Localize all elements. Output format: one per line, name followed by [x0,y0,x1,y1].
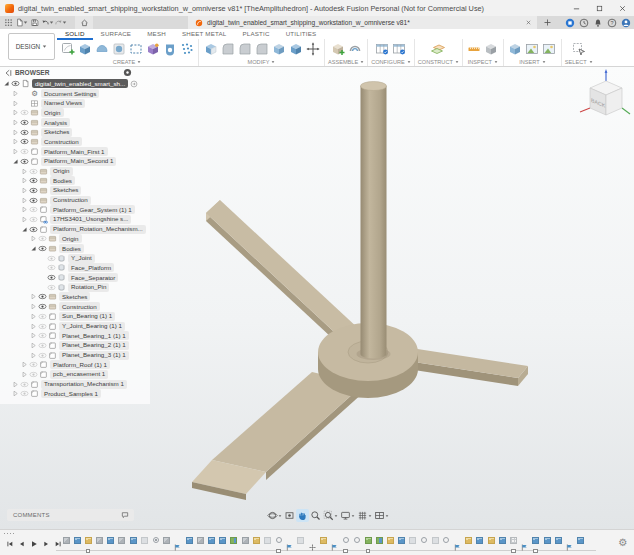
draft-button[interactable] [253,41,270,57]
joint-feature[interactable] [353,536,361,544]
rollback-marker[interactable] [366,549,371,554]
browser-item-label[interactable]: Analysis [41,118,70,127]
expand-arrow-icon[interactable] [30,293,37,300]
move-feature[interactable] [308,536,316,544]
component-feature[interactable] [84,536,92,544]
visibility-eye-icon[interactable] [29,168,38,175]
visibility-eye-icon[interactable] [20,138,29,145]
component-feature[interactable] [487,536,495,544]
browser-item[interactable]: Platform_Main_First 1 [0,147,150,157]
expand-arrow-icon[interactable] [3,80,10,87]
browser-item[interactable]: Platform_Gear_System (1) 1 [0,205,150,215]
sketch-feature[interactable] [62,536,70,544]
browser-item-label[interactable]: Planet_Bearing_1 (1) 1 [59,331,129,340]
visibility-eye-icon[interactable] [38,313,47,320]
expand-arrow-icon[interactable] [21,197,28,204]
visibility-eye-icon[interactable] [20,390,29,397]
expand-arrow-icon[interactable] [21,168,28,175]
browser-item[interactable]: Planet_Bearing_2 (1) 1 [0,341,150,351]
visibility-eye-icon[interactable] [20,129,29,136]
extrude-feature[interactable] [543,536,551,544]
canvas-button[interactable] [524,41,541,57]
browser-item-label[interactable]: Face_Platform [68,263,114,272]
browser-item-label[interactable]: 17HS3401_Usongshine s... [50,215,131,224]
construct-group-label[interactable]: CONSTRUCT [418,58,459,66]
sketch-feature[interactable] [96,536,104,544]
browser-item[interactable]: Origin [0,108,150,118]
shell-button[interactable] [236,41,253,57]
expand-arrow-icon[interactable] [30,303,37,310]
browser-item[interactable]: Transportation_Mechanism 1 [0,379,150,389]
browser-item-label[interactable]: Planet_Bearing_3 (1) 1 [59,351,129,360]
orbit-button[interactable] [266,509,283,522]
browser-item-label[interactable]: Origin [59,234,82,243]
comments-bar[interactable]: COMMENTS [7,509,134,521]
job-status-button[interactable] [579,18,589,28]
browser-item-label[interactable]: Named Views [41,99,85,108]
expand-arrow-icon[interactable] [21,216,28,223]
assemble-group-label[interactable]: ASSEMBLE [328,58,364,66]
browser-item-label[interactable]: Platform_Main_First 1 [41,147,108,156]
browser-item[interactable]: Y_Joint_Bearing (1) 1 [0,321,150,331]
measure-button[interactable] [466,41,483,57]
visibility-eye-icon[interactable] [38,235,47,242]
joint-origin-feature[interactable] [174,536,182,544]
create-form-button[interactable] [93,41,110,57]
browser-item-label[interactable]: Y_Joint_Bearing (1) 1 [59,322,125,331]
derive-info-icon[interactable] [130,80,138,88]
suppressed-feature[interactable] [297,536,305,544]
expand-arrow-icon[interactable] [21,371,28,378]
help-button[interactable]: ? [607,18,617,28]
visibility-eye-icon[interactable] [47,274,56,281]
select-group-label[interactable]: SELECT [565,58,593,66]
browser-item[interactable]: Analysis [0,118,150,128]
timeline-settings-gear-icon[interactable]: ⚙ [617,537,628,548]
component-feature[interactable] [465,536,473,544]
browser-item-label[interactable]: Platform_Rotation_Mechanism... [50,225,146,234]
browser-item-label[interactable]: Origin [41,108,64,117]
expand-arrow-icon[interactable] [12,138,19,145]
joint-origin-feature[interactable] [521,536,529,544]
design-menu-button[interactable]: DESIGN [8,33,55,60]
extrude-feature[interactable] [577,536,585,544]
visibility-eye-icon[interactable] [29,206,38,213]
pattern-button[interactable] [178,41,195,57]
browser-item-label[interactable]: Y_Joint [68,254,95,263]
maximize-button[interactable] [588,0,611,16]
fit-button[interactable] [322,509,339,522]
expand-arrow-icon[interactable] [12,90,19,97]
browser-item[interactable]: Y_Joint [0,253,150,263]
expand-arrow-icon[interactable] [12,109,19,116]
profile-button[interactable] [621,18,631,28]
browser-item-label[interactable]: Bodies [50,176,75,185]
expand-arrow-icon[interactable] [30,235,37,242]
browser-item[interactable]: Origin [0,234,150,244]
align-feature[interactable] [364,536,372,544]
browser-item[interactable]: Bodies [0,244,150,254]
new-tab-button[interactable] [543,18,552,27]
play-button[interactable] [28,538,39,550]
browser-item-label[interactable]: Construction [41,137,82,146]
configure-group-label[interactable]: CONFIGURE [371,58,411,66]
display-settings-button[interactable] [339,509,356,522]
sketch-feature[interactable] [196,536,204,544]
visibility-eye-icon[interactable] [20,148,29,155]
visibility-eye-icon[interactable] [38,332,47,339]
browser-item-label[interactable]: Construction [50,196,91,205]
visibility-eye-icon[interactable] [29,197,38,204]
visibility-eye-icon[interactable] [20,109,29,116]
browser-item-label[interactable]: Sketches [59,292,90,301]
extrude-feature[interactable] [207,536,215,544]
expand-arrow-icon[interactable] [30,352,37,359]
joint-origin-feature[interactable] [331,536,339,544]
browser-item[interactable]: Platform_Rotation_Mechanism... [0,224,150,234]
go-to-start-button[interactable] [4,538,15,550]
browser-item-label[interactable]: Platform_Main_Second 1 [41,157,116,166]
browser-item[interactable]: pcb_encasement 1 [0,370,150,380]
modify-group-label[interactable]: MODIFY [248,58,276,66]
visibility-eye-icon[interactable] [29,361,38,368]
decal-button[interactable] [541,41,558,57]
visibility-eye-icon[interactable] [29,371,38,378]
browser-item-label[interactable]: Construction [59,302,100,311]
hole-feature[interactable] [152,536,160,544]
